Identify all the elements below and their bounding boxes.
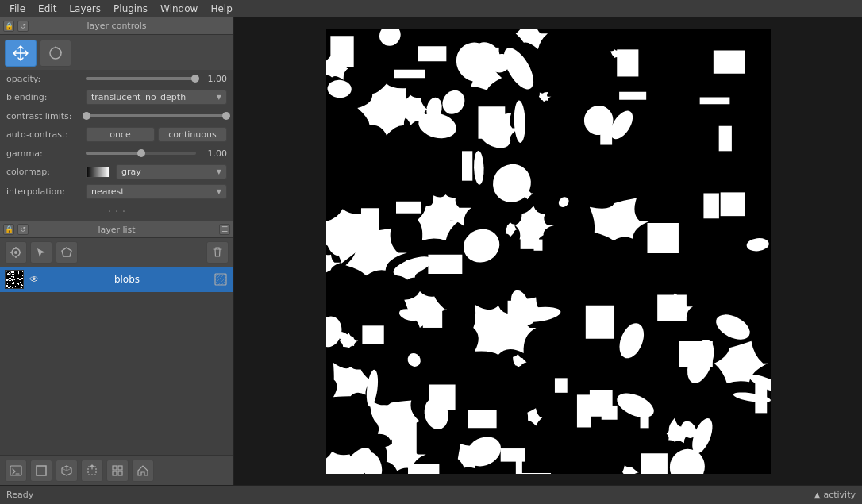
menubar: File Edit Layers Plugins Window Help (0, 0, 862, 17)
svg-point-2 (14, 251, 17, 254)
svg-rect-13 (118, 466, 122, 470)
grid-button[interactable] (106, 460, 129, 482)
terminal-button[interactable] (5, 460, 27, 482)
refresh-icon[interactable]: ↺ (17, 21, 29, 32)
menu-file[interactable]: File (3, 2, 32, 16)
layer-controls-label: layer controls (87, 21, 147, 31)
layer-list-menu[interactable]: ☰ (219, 224, 230, 235)
bottom-toolbar (0, 455, 233, 485)
auto-contrast-label: auto-contrast: (6, 129, 86, 140)
contrast-label: contrast limits: (6, 111, 86, 121)
arrow-tool[interactable] (30, 241, 52, 264)
thumbnail-canvas (6, 271, 24, 289)
opacity-label: opacity: (6, 74, 86, 84)
layer-list-lock[interactable]: 🔒 (3, 224, 14, 235)
gamma-label: gamma: (6, 148, 86, 159)
gamma-slider[interactable] (86, 152, 196, 155)
layer-item-blobs[interactable]: 👁 blobs (0, 267, 233, 292)
opacity-slider[interactable] (86, 77, 196, 80)
square-button[interactable] (30, 460, 52, 482)
auto-once-button[interactable]: once (86, 127, 155, 142)
interpolation-row: interpolation: nearest ▼ (0, 182, 233, 202)
blending-value: translucent_no_depth (91, 92, 186, 102)
statusbar: Ready ▲ activity (0, 485, 862, 504)
colormap-preview (86, 167, 110, 178)
activity-button[interactable]: ▲ activity (814, 490, 856, 500)
canvas-area[interactable] (234, 17, 862, 485)
left-panel: 🔒 ↺ layer controls (0, 17, 234, 485)
opacity-value: 1.00 (199, 74, 227, 84)
colormap-row: colormap: gray ▼ (0, 162, 233, 182)
svg-rect-15 (118, 471, 122, 475)
interp-arrow: ▼ (217, 188, 221, 195)
delete-layer-button[interactable] (206, 241, 229, 264)
gamma-row: gamma: 1.00 (0, 144, 233, 162)
menu-edit[interactable]: Edit (32, 2, 63, 16)
blending-row: blending: translucent_no_depth ▼ (0, 87, 233, 107)
lock-icon[interactable]: 🔒 (3, 21, 14, 32)
layer-list-refresh[interactable]: ↺ (17, 224, 29, 235)
blending-dropdown[interactable]: translucent_no_depth ▼ (86, 90, 227, 105)
interp-value: nearest (91, 187, 125, 197)
colormap-value: gray (121, 167, 141, 177)
layer-type-icon (213, 271, 229, 287)
interpolation-dropdown[interactable]: nearest ▼ (86, 184, 227, 199)
box-out-button[interactable] (81, 460, 103, 482)
svg-rect-12 (113, 466, 117, 470)
interp-label: interpolation: (6, 187, 86, 197)
contrast-limits-row: contrast limits: (0, 107, 233, 125)
gamma-value: 1.00 (199, 148, 227, 159)
control-buttons-row (0, 35, 233, 70)
colormap-arrow: ▼ (217, 168, 221, 175)
blending-arrow: ▼ (217, 94, 221, 101)
more-options[interactable]: · · · (0, 202, 233, 221)
polygon-tool[interactable] (56, 241, 78, 264)
layer-controls-section: 🔒 ↺ layer controls (0, 17, 233, 221)
contrast-slider[interactable] (86, 114, 227, 117)
layer-list-header: 🔒 ↺ layer list ☰ (0, 221, 233, 238)
menu-window[interactable]: Window (154, 2, 204, 16)
layer-name: blobs (44, 274, 210, 285)
menu-plugins[interactable]: Plugins (107, 2, 154, 16)
svg-rect-14 (113, 471, 117, 475)
layer-list-label: layer list (98, 225, 135, 235)
menu-help[interactable]: Help (204, 2, 238, 16)
auto-contrast-row: auto-contrast: once continuous (0, 125, 233, 144)
transform-button[interactable] (40, 40, 71, 67)
image-canvas (326, 29, 771, 474)
main-area: 🔒 ↺ layer controls (0, 17, 862, 485)
menu-layers[interactable]: Layers (63, 2, 107, 16)
layer-controls-header: 🔒 ↺ layer controls (0, 17, 233, 35)
auto-continuous-button[interactable]: continuous (158, 127, 227, 142)
ready-status: Ready (6, 490, 33, 500)
layer-list-section: 🔒 ↺ layer list ☰ (0, 221, 233, 455)
box3d-button[interactable] (56, 460, 78, 482)
move-button[interactable] (5, 40, 37, 67)
auto-contrast-buttons: once continuous (86, 127, 227, 142)
svg-rect-10 (37, 466, 46, 475)
activity-label: activity (823, 490, 856, 500)
blending-label: blending: (6, 92, 86, 102)
colormap-dropdown[interactable]: gray ▼ (116, 164, 227, 179)
select-layer-tool[interactable] (5, 241, 27, 264)
layer-tools-row (0, 238, 233, 267)
opacity-row: opacity: 1.00 (0, 70, 233, 87)
colormap-label: colormap: (6, 167, 86, 177)
layer-visibility-toggle[interactable]: 👁 (27, 272, 41, 287)
layer-thumbnail (5, 270, 24, 289)
home-button[interactable] (132, 460, 154, 482)
